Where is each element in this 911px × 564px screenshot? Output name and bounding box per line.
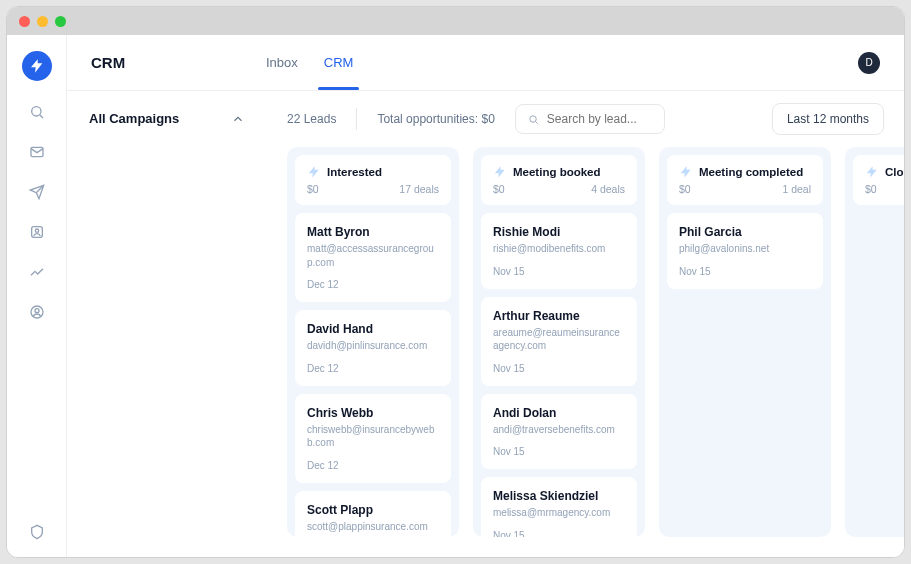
column-title: Meeting completed: [699, 166, 803, 178]
app-window: CRM Inbox CRM D All Campaigns 22 Leads: [6, 6, 905, 558]
kanban-board: Interested $0 17 deals Matt Byron matt@a…: [267, 147, 904, 557]
kanban-column: Closed $0: [845, 147, 904, 537]
lead-email: andi@traversebenefits.com: [493, 423, 625, 437]
search-input[interactable]: [547, 112, 652, 126]
column-amount: $0: [679, 183, 691, 195]
lead-date: Dec 12: [307, 363, 439, 374]
lead-email: melissa@mrmagency.com: [493, 506, 625, 520]
lead-card[interactable]: Rishie Modi rishie@modibenefits.com Nov …: [481, 213, 637, 289]
divider: [356, 108, 357, 130]
kanban-column: Interested $0 17 deals Matt Byron matt@a…: [287, 147, 459, 537]
column-deals: 1 deal: [782, 183, 811, 195]
lightning-icon: [679, 165, 693, 179]
column-amount: $0: [493, 183, 505, 195]
lead-card[interactable]: Andi Dolan andi@traversebenefits.com Nov…: [481, 394, 637, 470]
lead-email: areaume@reaumeinsuranceagency.com: [493, 326, 625, 353]
body: All Campaigns 22 Leads Total opportuniti…: [67, 91, 904, 557]
lightning-icon: [493, 165, 507, 179]
lead-card[interactable]: Melissa Skiendziel melissa@mrmagency.com…: [481, 477, 637, 537]
column-amount: $0: [865, 183, 877, 195]
campaign-panel: All Campaigns: [67, 91, 267, 557]
app-logo[interactable]: [22, 51, 52, 81]
help-icon[interactable]: [28, 523, 46, 541]
svg-point-8: [35, 309, 39, 313]
account-icon[interactable]: [28, 303, 46, 321]
chevron-up-icon: [231, 112, 245, 126]
column-header: Meeting booked $0 4 deals: [481, 155, 637, 205]
lead-email: scott@plappinsurance.com: [307, 520, 439, 534]
send-icon[interactable]: [28, 183, 46, 201]
campaign-label: All Campaigns: [89, 111, 179, 126]
contacts-icon[interactable]: [28, 223, 46, 241]
user-avatar[interactable]: D: [858, 52, 880, 74]
lead-name: Rishie Modi: [493, 225, 625, 239]
lead-name: Scott Plapp: [307, 503, 439, 517]
column-header: Meeting completed $0 1 deal: [667, 155, 823, 205]
stat-leads: 22 Leads: [287, 112, 336, 126]
date-filter[interactable]: Last 12 months: [772, 103, 884, 135]
lead-name: Matt Byron: [307, 225, 439, 239]
column-title: Interested: [327, 166, 382, 178]
page-title: CRM: [91, 54, 266, 71]
lead-date: Nov 15: [493, 363, 625, 374]
svg-point-0: [31, 107, 40, 116]
mail-icon[interactable]: [28, 143, 46, 161]
tabs: Inbox CRM: [266, 35, 353, 90]
column-header: Interested $0 17 deals: [295, 155, 451, 205]
lead-card[interactable]: Matt Byron matt@accessassurancegroup.com…: [295, 213, 451, 302]
svg-point-6: [35, 229, 38, 232]
tab-inbox[interactable]: Inbox: [266, 35, 298, 90]
window-maximize-button[interactable]: [55, 16, 66, 27]
lead-card[interactable]: Phil Garcia philg@avalonins.net Nov 15: [667, 213, 823, 289]
tab-crm[interactable]: CRM: [324, 35, 354, 90]
column-deals: 4 deals: [591, 183, 625, 195]
lead-card[interactable]: David Hand davidh@pinlinsurance.com Dec …: [295, 310, 451, 386]
search-box[interactable]: [515, 104, 665, 134]
column-deals: 17 deals: [399, 183, 439, 195]
lead-name: Melissa Skiendziel: [493, 489, 625, 503]
lead-email: davidh@pinlinsurance.com: [307, 339, 439, 353]
column-title: Meeting booked: [513, 166, 601, 178]
column-header: Closed $0: [853, 155, 904, 205]
window-minimize-button[interactable]: [37, 16, 48, 27]
lead-name: Arthur Reaume: [493, 309, 625, 323]
lead-email: chriswebb@insurancebywebb.com: [307, 423, 439, 450]
lead-date: Dec 12: [307, 279, 439, 290]
main: CRM Inbox CRM D All Campaigns 22 Leads: [67, 35, 904, 557]
kanban-column: Meeting completed $0 1 deal Phil Garcia …: [659, 147, 831, 537]
lead-card[interactable]: Chris Webb chriswebb@insurancebywebb.com…: [295, 394, 451, 483]
window-titlebar: [7, 7, 904, 35]
svg-line-1: [40, 115, 43, 118]
analytics-icon[interactable]: [28, 263, 46, 281]
lead-date: Nov 15: [679, 266, 811, 277]
lead-email: rishie@modibenefits.com: [493, 242, 625, 256]
stat-opportunities: Total opportunities: $0: [377, 112, 494, 126]
sidebar: [7, 35, 67, 557]
lead-email: philg@avalonins.net: [679, 242, 811, 256]
lead-date: Dec 12: [307, 460, 439, 471]
lightning-icon: [307, 165, 321, 179]
toolbar: 22 Leads Total opportunities: $0 Last 12…: [267, 91, 904, 147]
search-icon: [528, 113, 539, 126]
lead-date: Nov 15: [493, 266, 625, 277]
lead-card[interactable]: Scott Plapp scott@plappinsurance.com Dec…: [295, 491, 451, 538]
header: CRM Inbox CRM D: [67, 35, 904, 91]
lead-name: Andi Dolan: [493, 406, 625, 420]
lead-name: Phil Garcia: [679, 225, 811, 239]
lead-email: matt@accessassurancegroup.com: [307, 242, 439, 269]
column-amount: $0: [307, 183, 319, 195]
search-icon[interactable]: [28, 103, 46, 121]
window-close-button[interactable]: [19, 16, 30, 27]
kanban-column: Meeting booked $0 4 deals Rishie Modi ri…: [473, 147, 645, 537]
campaign-selector[interactable]: All Campaigns: [89, 111, 245, 126]
lead-card[interactable]: Arthur Reaume areaume@reaumeinsuranceage…: [481, 297, 637, 386]
lead-name: Chris Webb: [307, 406, 439, 420]
lead-name: David Hand: [307, 322, 439, 336]
lead-date: Nov 15: [493, 530, 625, 538]
column-title: Closed: [885, 166, 904, 178]
content: 22 Leads Total opportunities: $0 Last 12…: [267, 91, 904, 557]
app: CRM Inbox CRM D All Campaigns 22 Leads: [7, 35, 904, 557]
lead-date: Nov 15: [493, 446, 625, 457]
svg-line-10: [535, 121, 537, 123]
lightning-icon: [865, 165, 879, 179]
